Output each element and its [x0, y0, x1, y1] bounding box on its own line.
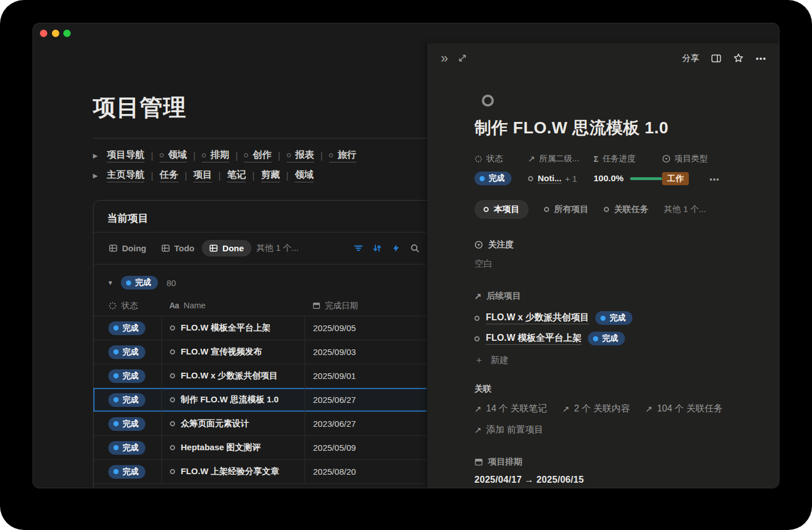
- more-views-button[interactable]: 其他 1 个...: [257, 243, 299, 254]
- cell-name[interactable]: FLO.W 上架经验分享文章: [161, 460, 304, 483]
- more-options-icon[interactable]: •••: [756, 54, 766, 63]
- close-peek-icon[interactable]: »: [441, 52, 448, 65]
- property-parent-label[interactable]: ↗ 所属二级...: [528, 153, 594, 164]
- status-text: 完成: [123, 347, 139, 357]
- date-text: 2025/05/09: [313, 443, 356, 452]
- nav-link-label: 报表: [295, 149, 314, 161]
- next-project-item[interactable]: FLO.W 模板全平台上架完成: [474, 330, 757, 347]
- nav-link-home-3[interactable]: 笔记: [227, 169, 246, 182]
- next-project-item[interactable]: FLO.W x 少数派共创项目完成: [474, 309, 757, 327]
- panel-tab-all-projects[interactable]: 所有项目: [544, 204, 588, 215]
- cell-status[interactable]: 完成: [94, 364, 161, 388]
- panel-tab-this-project[interactable]: 本项目: [474, 200, 529, 219]
- schedule-dates[interactable]: 2025/04/17 → 2025/06/15: [474, 475, 757, 485]
- toggle-triangle-icon[interactable]: ▶: [93, 152, 98, 160]
- relation-link-2[interactable]: ↗104 个 关联任务: [645, 403, 723, 415]
- sort-icon[interactable]: [372, 243, 382, 254]
- nav-link-project-4[interactable]: 报表: [287, 149, 314, 162]
- expand-page-icon[interactable]: [457, 53, 468, 63]
- panel-tab-related-tasks[interactable]: 关联任务: [604, 204, 648, 215]
- filter-icon[interactable]: [353, 243, 363, 254]
- side-peek-layout-icon[interactable]: [711, 53, 721, 63]
- nav-link-label: 剪藏: [261, 169, 280, 181]
- nav-link-home-2[interactable]: 项目: [193, 169, 212, 182]
- cell-status[interactable]: 完成: [94, 340, 161, 364]
- relation-links-row: ↗14 个 关联笔记↗2 个 关联内容↗104 个 关联任务: [474, 403, 757, 415]
- nav-link-project-0[interactable]: 项目导航: [107, 149, 144, 162]
- nav-link-label: 任务: [160, 169, 178, 181]
- property-type-label[interactable]: 项目类型: [662, 153, 708, 164]
- add-prerequisite-button[interactable]: ↗ 添加 前置项目: [474, 424, 757, 436]
- property-type-value[interactable]: 工作: [662, 172, 708, 185]
- nav-link-project-2[interactable]: 排期: [202, 149, 229, 162]
- automation-bolt-icon[interactable]: [391, 243, 401, 254]
- select-property-icon: [474, 240, 483, 249]
- nav-separator: |: [185, 170, 187, 181]
- nav-link-project-3[interactable]: 创作: [244, 149, 271, 162]
- cell-status[interactable]: 完成: [94, 460, 161, 483]
- parent-page-link[interactable]: Noti...: [538, 173, 562, 184]
- group-collapse-toggle[interactable]: ▼: [107, 279, 113, 286]
- page-ring-icon: [170, 349, 175, 354]
- cell-status[interactable]: 完成: [94, 436, 161, 459]
- property-progress-label[interactable]: Σ 任务进度: [594, 153, 662, 164]
- property-progress-value[interactable]: 100.0%: [594, 172, 662, 185]
- cell-name[interactable]: FLO.W 宣传视频发布: [161, 340, 304, 364]
- type-tag: 工作: [662, 172, 689, 185]
- page-ring-icon: [170, 421, 175, 426]
- nav-link-project-1[interactable]: 领域: [160, 149, 187, 162]
- cell-name[interactable]: Heptabase 图文测评: [161, 436, 304, 459]
- property-progress: Σ 任务进度 100.0%: [594, 153, 662, 185]
- property-parent-value[interactable]: Noti... + 1: [528, 172, 594, 185]
- cell-name[interactable]: FLO.W 模板全平台上架: [161, 316, 304, 340]
- relation-link-label: 14 个 关联笔记: [486, 403, 547, 415]
- nav-separator: |: [236, 150, 238, 161]
- status-text: 完成: [610, 313, 626, 323]
- property-status-label[interactable]: 状态: [474, 153, 528, 164]
- focus-section-header[interactable]: 关注度: [474, 239, 757, 250]
- relation-link-0[interactable]: ↗14 个 关联笔记: [474, 403, 547, 415]
- nav-link-home-0[interactable]: 主页导航: [107, 169, 144, 182]
- nav-link-label: 领域: [168, 149, 187, 161]
- favorite-star-icon[interactable]: [733, 53, 744, 63]
- next-project-link[interactable]: FLO.W x 少数派共创项目: [486, 312, 589, 324]
- cell-name[interactable]: 制作 FLO.W 思流模板 1.0: [161, 388, 304, 411]
- nav-link-home-4[interactable]: 剪藏: [261, 169, 280, 182]
- focus-empty-value[interactable]: 空白: [474, 258, 757, 270]
- share-button[interactable]: 分享: [682, 53, 699, 64]
- next-section-header[interactable]: ↗ 后续项目: [474, 291, 757, 301]
- panel-tabs: 本项目 所有项目 关联任务 其他 1 个...: [474, 200, 757, 219]
- page-name: 众筹页面元素设计: [181, 418, 249, 429]
- nav-link-home-5[interactable]: 领域: [295, 169, 314, 182]
- next-project-link[interactable]: FLO.W 模板全平台上架: [486, 332, 582, 345]
- more-panel-tabs-button[interactable]: 其他 1 个...: [664, 204, 706, 215]
- view-tab-todo[interactable]: Todo: [154, 240, 202, 256]
- group-status-badge[interactable]: 完成: [121, 276, 158, 290]
- status-text: 完成: [602, 333, 618, 344]
- nav-link-label: 主页导航: [107, 169, 144, 181]
- properties-row: 状态 完成 ↗ 所属二级... Noti...: [474, 153, 757, 185]
- schedule-section-header[interactable]: 项目排期: [474, 456, 757, 467]
- toggle-triangle-icon[interactable]: ▶: [93, 172, 98, 180]
- date-text: 2025/09/05: [313, 323, 356, 333]
- search-icon[interactable]: [409, 243, 420, 254]
- view-tab-done[interactable]: Done: [202, 240, 251, 256]
- cell-status[interactable]: 完成: [94, 412, 161, 435]
- column-header-status[interactable]: 状态: [94, 295, 161, 316]
- column-header-name[interactable]: Aa Name: [161, 295, 304, 316]
- cell-name[interactable]: FLO.W x 少数派共创项目: [161, 364, 304, 388]
- nav-link-project-5[interactable]: 旅行: [329, 149, 356, 162]
- property-status-value[interactable]: 完成: [474, 172, 528, 185]
- view-tab-doing[interactable]: Doing: [102, 240, 154, 256]
- page-ring-icon: [170, 325, 175, 331]
- cell-status[interactable]: 完成: [94, 388, 161, 411]
- more-properties-icon[interactable]: •••: [709, 175, 720, 184]
- nav-link-home-1[interactable]: 任务: [160, 169, 178, 182]
- cell-status[interactable]: 完成: [94, 316, 161, 340]
- cell-name[interactable]: 众筹页面元素设计: [161, 412, 304, 435]
- add-label: 添加 前置项目: [486, 424, 543, 436]
- new-relation-button[interactable]: ＋ 新建: [474, 352, 757, 369]
- relation-link-1[interactable]: ↗2 个 关联内容: [562, 403, 630, 415]
- page-ring-icon[interactable]: [482, 95, 494, 107]
- property-parent: ↗ 所属二级... Noti... + 1: [528, 153, 594, 185]
